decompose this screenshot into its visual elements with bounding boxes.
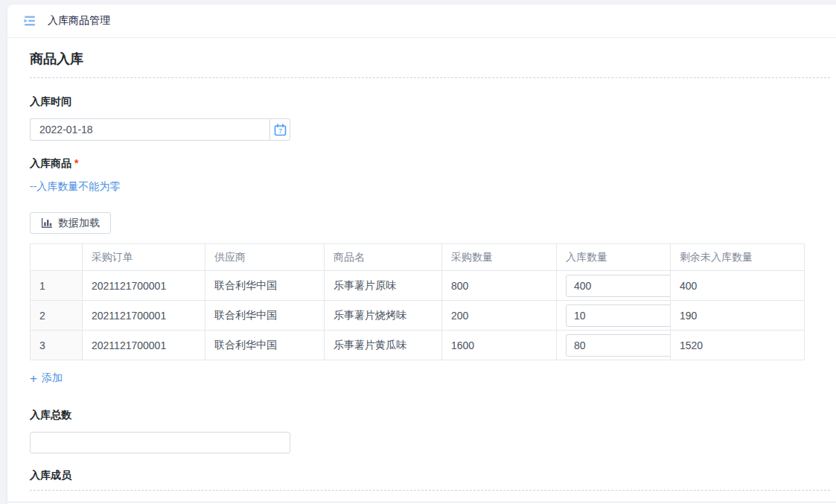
total-label: 入库总数 — [30, 409, 814, 422]
order-cell: 2021121700001 — [83, 301, 205, 331]
total-input[interactable] — [30, 432, 290, 453]
inbound-goods-table: 采购订单 供应商 商品名 采购数量 入库数量 剩余未入库数量 120211217… — [30, 243, 805, 360]
add-row-link[interactable]: + 添加 — [30, 371, 63, 385]
divider-bottom — [30, 490, 830, 491]
remaining-qty-cell: 400 — [671, 271, 805, 301]
inbound-qty-input[interactable] — [566, 334, 671, 357]
table-row: 22021121700001联合利华中国乐事薯片烧烤味200190 — [31, 301, 805, 331]
remaining-qty-cell: 1520 — [671, 331, 805, 360]
page-title: 商品入库 — [30, 50, 814, 68]
purchase-qty-cell: 200 — [442, 301, 557, 331]
calendar-icon[interactable]: 7 — [269, 118, 290, 141]
product-cell: 乐事薯片原味 — [325, 271, 442, 301]
order-cell: 2021121700001 — [83, 271, 205, 301]
col-header-product: 商品名 — [325, 244, 442, 271]
col-header-index — [31, 244, 83, 271]
load-data-button[interactable]: 数据加载 — [30, 212, 111, 234]
date-input[interactable] — [30, 118, 269, 141]
supplier-cell: 联合利华中国 — [205, 331, 325, 360]
purchase-qty-cell: 800 — [442, 271, 557, 301]
top-bar: 入库商品管理 — [7, 4, 836, 38]
table-row: 12021121700001联合利华中国乐事薯片原味800400 — [31, 271, 805, 301]
date-label: 入库时间 — [30, 95, 814, 109]
inbound-qty-cell — [557, 331, 671, 360]
inbound-qty-input[interactable] — [566, 304, 671, 327]
col-header-inbound-qty: 入库数量 — [557, 244, 671, 271]
row-index-cell: 3 — [31, 331, 83, 360]
required-asterisk: * — [74, 157, 78, 169]
divider-top — [30, 77, 830, 78]
supplier-cell: 联合利华中国 — [205, 301, 325, 331]
supplier-cell: 联合利华中国 — [205, 271, 325, 301]
bottom-divider — [7, 502, 836, 503]
member-label: 入库成员 — [30, 469, 814, 482]
col-header-supplier: 供应商 — [205, 244, 325, 271]
menu-fold-icon[interactable] — [22, 13, 37, 28]
table-row: 32021121700001联合利华中国乐事薯片黄瓜味16001520 — [31, 331, 805, 360]
inbound-qty-input[interactable] — [566, 275, 671, 297]
main-panel: 入库商品管理 商品入库 入库时间 7 入库商品* --入库数量不能为零 — [7, 4, 836, 504]
purchase-qty-cell: 1600 — [442, 331, 557, 360]
col-header-remaining-qty: 剩余未入库数量 — [671, 244, 805, 271]
product-cell: 乐事薯片烧烤味 — [325, 301, 442, 331]
svg-text:7: 7 — [278, 127, 282, 135]
plus-icon: + — [30, 372, 37, 385]
qty-hint-link[interactable]: --入库数量不能为零 — [30, 180, 120, 194]
row-index-cell: 1 — [31, 271, 83, 301]
table-header-row: 采购订单 供应商 商品名 采购数量 入库数量 剩余未入库数量 — [31, 244, 805, 271]
add-row-link-label: 添加 — [42, 371, 63, 385]
inbound-qty-cell — [557, 271, 671, 301]
inbound-qty-cell — [557, 301, 671, 331]
bar-chart-icon — [41, 217, 53, 229]
remaining-qty-cell: 190 — [671, 301, 805, 331]
row-index-cell: 2 — [31, 301, 83, 331]
products-label: 入库商品* — [30, 157, 814, 170]
order-cell: 2021121700001 — [83, 331, 205, 360]
col-header-purchase-qty: 采购数量 — [442, 244, 557, 271]
col-header-order: 采购订单 — [83, 244, 205, 271]
breadcrumb-title: 入库商品管理 — [48, 14, 110, 28]
date-picker: 7 — [30, 118, 290, 141]
product-cell: 乐事薯片黄瓜味 — [325, 331, 442, 360]
load-data-button-label: 数据加载 — [58, 217, 100, 230]
